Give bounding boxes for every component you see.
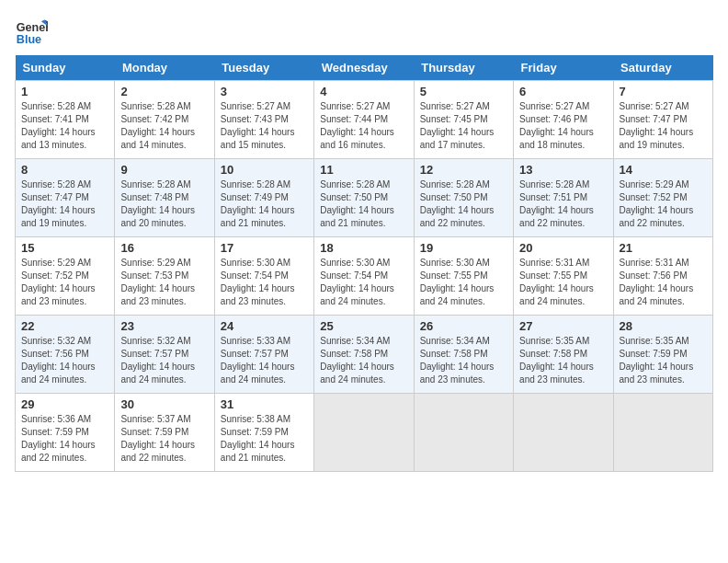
day-number: 29 bbox=[21, 397, 108, 411]
day-number: 16 bbox=[120, 241, 208, 255]
day-info: Sunrise: 5:37 AMSunset: 7:59 PMDaylight:… bbox=[120, 414, 195, 463]
day-number: 28 bbox=[620, 319, 707, 333]
calendar-cell: 18 Sunrise: 5:30 AMSunset: 7:54 PMDaylig… bbox=[314, 237, 414, 316]
day-number: 11 bbox=[320, 163, 407, 177]
calendar-cell: 28 Sunrise: 5:35 AMSunset: 7:59 PMDaylig… bbox=[613, 316, 712, 394]
day-number: 2 bbox=[120, 85, 208, 98]
calendar-cell: 25 Sunrise: 5:34 AMSunset: 7:58 PMDaylig… bbox=[314, 316, 414, 394]
day-info: Sunrise: 5:30 AMSunset: 7:55 PMDaylight:… bbox=[420, 258, 495, 306]
calendar-cell: 20 Sunrise: 5:31 AMSunset: 7:55 PMDaylig… bbox=[514, 237, 613, 316]
weekday-header-saturday: Saturday bbox=[613, 55, 712, 81]
calendar-cell bbox=[414, 394, 513, 472]
day-number: 1 bbox=[21, 85, 108, 98]
day-number: 12 bbox=[420, 163, 507, 177]
day-info: Sunrise: 5:36 AMSunset: 7:59 PMDaylight:… bbox=[21, 414, 96, 463]
calendar-cell: 29 Sunrise: 5:36 AMSunset: 7:59 PMDaylig… bbox=[16, 394, 115, 472]
day-number: 23 bbox=[120, 319, 208, 333]
day-info: Sunrise: 5:34 AMSunset: 7:58 PMDaylight:… bbox=[320, 336, 394, 385]
calendar-cell: 22 Sunrise: 5:32 AMSunset: 7:56 PMDaylig… bbox=[16, 316, 115, 394]
calendar-cell: 10 Sunrise: 5:28 AMSunset: 7:49 PMDaylig… bbox=[214, 159, 313, 237]
calendar-cell: 30 Sunrise: 5:37 AMSunset: 7:59 PMDaylig… bbox=[115, 394, 214, 472]
calendar-week-row: 1 Sunrise: 5:28 AMSunset: 7:41 PMDayligh… bbox=[16, 81, 713, 159]
day-number: 13 bbox=[519, 163, 607, 177]
day-number: 3 bbox=[221, 85, 308, 98]
day-info: Sunrise: 5:27 AMSunset: 7:47 PMDaylight:… bbox=[620, 101, 694, 150]
day-info: Sunrise: 5:31 AMSunset: 7:55 PMDaylight:… bbox=[519, 258, 594, 306]
weekday-header-wednesday: Wednesday bbox=[314, 55, 414, 81]
weekday-header-sunday: Sunday bbox=[16, 55, 115, 81]
calendar-cell: 2 Sunrise: 5:28 AMSunset: 7:42 PMDayligh… bbox=[115, 81, 214, 159]
day-number: 20 bbox=[519, 241, 607, 255]
day-info: Sunrise: 5:28 AMSunset: 7:49 PMDaylight:… bbox=[221, 179, 295, 228]
day-number: 18 bbox=[320, 241, 407, 255]
day-info: Sunrise: 5:33 AMSunset: 7:57 PMDaylight:… bbox=[221, 336, 295, 385]
day-info: Sunrise: 5:28 AMSunset: 7:42 PMDaylight:… bbox=[120, 101, 195, 150]
calendar-cell bbox=[514, 394, 613, 472]
day-info: Sunrise: 5:34 AMSunset: 7:58 PMDaylight:… bbox=[420, 336, 495, 385]
day-number: 8 bbox=[21, 163, 108, 177]
calendar-week-row: 15 Sunrise: 5:29 AMSunset: 7:52 PMDaylig… bbox=[16, 237, 713, 316]
day-info: Sunrise: 5:29 AMSunset: 7:52 PMDaylight:… bbox=[620, 179, 694, 228]
day-number: 4 bbox=[320, 85, 407, 98]
calendar-cell: 12 Sunrise: 5:28 AMSunset: 7:50 PMDaylig… bbox=[414, 159, 513, 237]
day-number: 30 bbox=[120, 397, 208, 411]
day-number: 15 bbox=[21, 241, 108, 255]
calendar-cell: 19 Sunrise: 5:30 AMSunset: 7:55 PMDaylig… bbox=[414, 237, 513, 316]
weekday-header-thursday: Thursday bbox=[414, 55, 513, 81]
calendar-week-row: 29 Sunrise: 5:36 AMSunset: 7:59 PMDaylig… bbox=[16, 394, 713, 472]
calendar-cell: 9 Sunrise: 5:28 AMSunset: 7:48 PMDayligh… bbox=[115, 159, 214, 237]
calendar-cell: 13 Sunrise: 5:28 AMSunset: 7:51 PMDaylig… bbox=[514, 159, 613, 237]
day-info: Sunrise: 5:31 AMSunset: 7:56 PMDaylight:… bbox=[620, 258, 694, 306]
day-info: Sunrise: 5:28 AMSunset: 7:48 PMDaylight:… bbox=[120, 179, 195, 228]
day-number: 17 bbox=[221, 241, 308, 255]
weekday-header-friday: Friday bbox=[514, 55, 613, 81]
day-number: 14 bbox=[620, 163, 707, 177]
weekday-header-monday: Monday bbox=[115, 55, 214, 81]
day-info: Sunrise: 5:38 AMSunset: 7:59 PMDaylight:… bbox=[221, 414, 295, 463]
day-info: Sunrise: 5:35 AMSunset: 7:58 PMDaylight:… bbox=[519, 336, 594, 385]
calendar-cell: 6 Sunrise: 5:27 AMSunset: 7:46 PMDayligh… bbox=[514, 81, 613, 159]
day-number: 10 bbox=[221, 163, 308, 177]
day-info: Sunrise: 5:28 AMSunset: 7:51 PMDaylight:… bbox=[519, 179, 594, 228]
day-info: Sunrise: 5:29 AMSunset: 7:53 PMDaylight:… bbox=[120, 258, 195, 306]
calendar-cell: 27 Sunrise: 5:35 AMSunset: 7:58 PMDaylig… bbox=[514, 316, 613, 394]
calendar-cell: 15 Sunrise: 5:29 AMSunset: 7:52 PMDaylig… bbox=[16, 237, 115, 316]
day-info: Sunrise: 5:27 AMSunset: 7:43 PMDaylight:… bbox=[221, 101, 295, 150]
calendar-week-row: 8 Sunrise: 5:28 AMSunset: 7:47 PMDayligh… bbox=[16, 159, 713, 237]
day-number: 26 bbox=[420, 319, 507, 333]
weekday-header-tuesday: Tuesday bbox=[214, 55, 313, 81]
day-info: Sunrise: 5:30 AMSunset: 7:54 PMDaylight:… bbox=[320, 258, 394, 306]
logo: General Blue bbox=[15, 15, 51, 48]
day-number: 5 bbox=[420, 85, 507, 98]
header: General Blue bbox=[15, 15, 713, 48]
day-number: 22 bbox=[21, 319, 108, 333]
calendar-week-row: 22 Sunrise: 5:32 AMSunset: 7:56 PMDaylig… bbox=[16, 316, 713, 394]
calendar-cell bbox=[613, 394, 712, 472]
calendar-cell: 5 Sunrise: 5:27 AMSunset: 7:45 PMDayligh… bbox=[414, 81, 513, 159]
calendar-cell: 26 Sunrise: 5:34 AMSunset: 7:58 PMDaylig… bbox=[414, 316, 513, 394]
day-number: 6 bbox=[519, 85, 607, 98]
day-number: 31 bbox=[221, 397, 308, 411]
calendar-cell: 14 Sunrise: 5:29 AMSunset: 7:52 PMDaylig… bbox=[613, 159, 712, 237]
calendar-cell: 24 Sunrise: 5:33 AMSunset: 7:57 PMDaylig… bbox=[214, 316, 313, 394]
day-info: Sunrise: 5:27 AMSunset: 7:44 PMDaylight:… bbox=[320, 101, 394, 150]
calendar-cell: 8 Sunrise: 5:28 AMSunset: 7:47 PMDayligh… bbox=[16, 159, 115, 237]
day-info: Sunrise: 5:35 AMSunset: 7:59 PMDaylight:… bbox=[620, 336, 694, 385]
calendar-cell: 21 Sunrise: 5:31 AMSunset: 7:56 PMDaylig… bbox=[613, 237, 712, 316]
day-number: 9 bbox=[120, 163, 208, 177]
day-info: Sunrise: 5:28 AMSunset: 7:41 PMDaylight:… bbox=[21, 101, 96, 150]
day-info: Sunrise: 5:29 AMSunset: 7:52 PMDaylight:… bbox=[21, 258, 96, 306]
day-info: Sunrise: 5:28 AMSunset: 7:50 PMDaylight:… bbox=[420, 179, 495, 228]
day-info: Sunrise: 5:32 AMSunset: 7:57 PMDaylight:… bbox=[120, 336, 195, 385]
day-number: 25 bbox=[320, 319, 407, 333]
calendar-cell: 17 Sunrise: 5:30 AMSunset: 7:54 PMDaylig… bbox=[214, 237, 313, 316]
calendar-cell: 1 Sunrise: 5:28 AMSunset: 7:41 PMDayligh… bbox=[16, 81, 115, 159]
calendar-cell bbox=[314, 394, 414, 472]
calendar-cell: 11 Sunrise: 5:28 AMSunset: 7:50 PMDaylig… bbox=[314, 159, 414, 237]
calendar-cell: 3 Sunrise: 5:27 AMSunset: 7:43 PMDayligh… bbox=[214, 81, 313, 159]
day-number: 24 bbox=[221, 319, 308, 333]
calendar-table: SundayMondayTuesdayWednesdayThursdayFrid… bbox=[15, 55, 713, 472]
calendar-cell: 4 Sunrise: 5:27 AMSunset: 7:44 PMDayligh… bbox=[314, 81, 414, 159]
day-number: 19 bbox=[420, 241, 507, 255]
logo-icon: General Blue bbox=[15, 15, 48, 48]
